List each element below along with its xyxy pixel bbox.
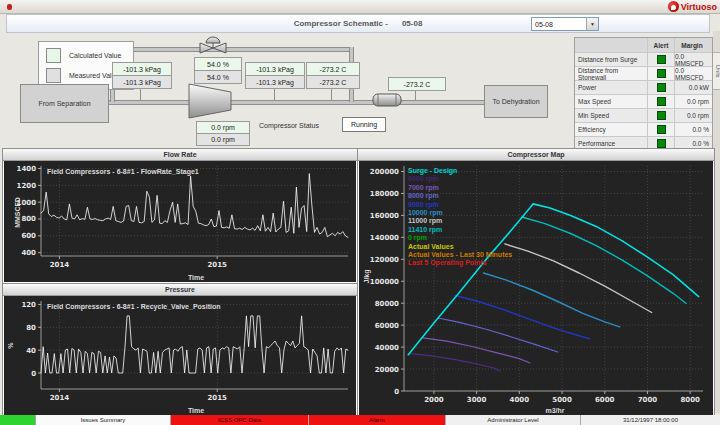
status-issues-summary[interactable]: Issues Summary	[36, 415, 171, 425]
pressure-chart[interactable]: 0408012020142015	[3, 296, 355, 415]
alert-row-margin: 0.0 rpm	[675, 109, 712, 122]
pressure-panel-title: Pressure	[3, 284, 357, 296]
alert-indicator-cell	[648, 123, 675, 136]
svg-text:6000: 6000	[595, 396, 615, 404]
suction-pressure-calculated: -101.3 kPag	[112, 62, 172, 76]
status-health-indicator	[0, 415, 36, 425]
map-legend-entry: 9000 rpm	[408, 201, 512, 209]
svg-text:120000: 120000	[370, 256, 399, 264]
alert-table-row: Efficiency0.0 %	[575, 123, 712, 137]
compressor-map-legend: Surge - Design6000 rpm7000 rpm8000 rpm90…	[408, 167, 512, 268]
svg-text:2014: 2014	[50, 394, 70, 402]
pressure-ylabel: %	[7, 331, 14, 361]
alert-table-row: Power0.0 kW	[575, 81, 712, 95]
flow-xlabel: Time	[19, 274, 373, 281]
svg-text:800: 800	[21, 215, 36, 223]
map-ylabel: J/kg	[363, 255, 370, 299]
alert-row-margin: 0.0 %	[675, 123, 712, 136]
svg-text:180000: 180000	[370, 190, 399, 198]
header-bar: Compressor Schematic - 05-08 05-08 ▼	[6, 14, 710, 33]
map-legend-entry: 11000 rpm	[408, 217, 512, 225]
chevron-down-icon[interactable]: ▼	[586, 18, 598, 30]
alert-indicator-icon	[657, 83, 666, 92]
cooler-icon	[370, 91, 404, 109]
alert-indicator-cell	[648, 81, 675, 94]
connector	[415, 90, 416, 100]
alert-indicator-icon	[657, 125, 666, 134]
compressor-status-value: Running	[342, 117, 386, 132]
svg-text:1400: 1400	[17, 165, 37, 173]
virtuoso-logo: Virtuoso	[668, 0, 717, 13]
svg-text:8000: 8000	[680, 396, 700, 404]
compressor-status-label: Compressor Status	[259, 122, 319, 129]
status-opc-data[interactable]: ICSS OPC Data	[171, 415, 309, 425]
svg-text:0: 0	[394, 388, 399, 396]
map-legend-entry: 11410 rpm	[408, 226, 512, 234]
pipe-recycle-top	[110, 47, 354, 52]
svg-text:4000: 4000	[510, 396, 530, 404]
status-alarm[interactable]: Alarm	[309, 415, 446, 425]
unit-selector-value: 05-08	[532, 21, 586, 28]
map-legend-entry: Surge - Design	[408, 167, 512, 175]
alert-indicator-icon	[657, 55, 666, 64]
alert-row-margin: 0.0 MMSCFD	[675, 53, 712, 66]
svg-text:1200: 1200	[17, 182, 37, 190]
alert-indicator-icon	[657, 97, 666, 106]
flow-ylabel: MMSCFD	[14, 191, 21, 235]
svg-text:40000: 40000	[375, 344, 399, 352]
map-legend-entry: 6000 rpm	[408, 175, 512, 183]
svg-text:140000: 140000	[370, 234, 399, 242]
alert-table-row: Distance from Surge0.0 MMSCFD	[575, 53, 712, 67]
map-legend-entry: 10000 rpm	[408, 209, 512, 217]
svg-text:2014: 2014	[50, 261, 70, 269]
map-xlabel: m3/hr	[377, 407, 720, 414]
page-title: Compressor Schematic - 05-08	[294, 19, 423, 28]
alert-margin-table: Alert Margin Distance from Surge0.0 MMSC…	[574, 37, 713, 152]
map-legend-entry: 8000 rpm	[408, 192, 512, 200]
alert-table-header: Alert Margin	[575, 38, 712, 53]
svg-text:160000: 160000	[370, 212, 399, 220]
pressure-series-label: Field Compressors - 6-8#1 - Recycle_Valv…	[47, 303, 221, 310]
alert-indicator-cell	[648, 53, 675, 66]
svg-text:200000: 200000	[370, 168, 399, 176]
window-titlebar: Virtuoso	[0, 0, 720, 14]
unit-selector[interactable]: 05-08 ▼	[531, 17, 599, 31]
discharge-temp-calculated: -273.2 C	[306, 62, 360, 76]
calculated-value-swatch	[46, 48, 61, 63]
alert-table-row: Max Speed0.0 rpm	[575, 95, 712, 109]
discharge-pressure-calculated: -101.3 kPag	[245, 62, 305, 76]
alert-row-label: Min Speed	[575, 109, 648, 122]
alert-indicator-cell	[648, 95, 675, 108]
from-separation-box: From Separation	[20, 84, 109, 123]
status-admin-level: Administrator Level	[446, 415, 581, 425]
svg-text:3000: 3000	[467, 396, 487, 404]
svg-text:2015: 2015	[207, 394, 227, 402]
alert-indicator-cell	[648, 67, 675, 80]
pressure-xlabel: Time	[19, 407, 373, 414]
flow-rate-chart[interactable]: 40060080010001200140020142015	[3, 161, 355, 282]
page-title-unit: 05-08	[402, 19, 422, 28]
flow-rate-panel-title: Flow Rate	[3, 149, 357, 161]
valve-position-calculated: 54.0 %	[194, 57, 242, 71]
valve-position-measured: 54.0 %	[194, 70, 242, 84]
alert-indicator-icon	[657, 69, 666, 78]
svg-text:80000: 80000	[375, 300, 399, 308]
map-legend-entry: Last 5 Operating Points	[408, 259, 512, 267]
map-legend-entry: Actual Values - Last 30 Minutes	[408, 251, 512, 259]
svg-text:400: 400	[21, 249, 36, 257]
connector	[274, 88, 275, 100]
svg-text:20000: 20000	[375, 366, 399, 374]
flow-rate-panel: Flow Rate 40060080010001200140020142015 …	[2, 148, 358, 284]
to-dehydration-box: To Dehydration	[484, 85, 548, 118]
alert-indicator-icon	[657, 111, 666, 120]
svg-text:120: 120	[21, 301, 36, 309]
pressure-panel: Pressure 0408012020142015 Field Compress…	[2, 283, 358, 417]
svg-text:40: 40	[26, 347, 36, 355]
compressor-icon	[188, 83, 232, 119]
alert-row-label: Max Speed	[575, 95, 648, 108]
alert-row-label: Power	[575, 81, 648, 94]
legend-row-calculated: Calculated Value	[46, 48, 121, 63]
svg-text:80: 80	[26, 324, 36, 332]
svg-text:0: 0	[31, 370, 36, 378]
pipe-suction	[106, 100, 194, 105]
